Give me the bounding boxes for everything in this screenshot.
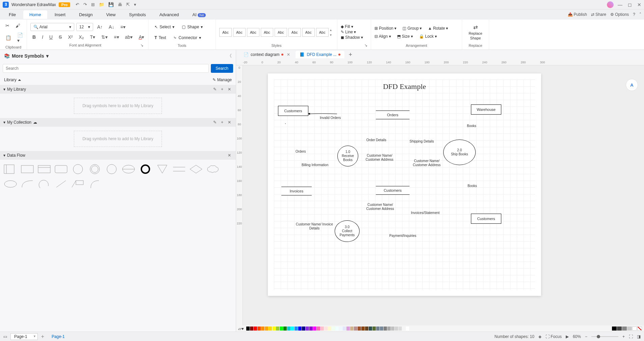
styles-down-icon[interactable]: ▾ <box>330 33 332 37</box>
sym-rect-top[interactable] <box>37 163 51 175</box>
sym-rect[interactable] <box>20 163 34 175</box>
styles-up-icon[interactable]: ▴ <box>330 28 332 32</box>
color-swatch[interactable] <box>254 327 257 331</box>
color-swatch[interactable] <box>617 327 622 331</box>
color-swatch[interactable] <box>306 327 309 331</box>
color-swatch[interactable] <box>324 327 328 331</box>
style-5[interactable]: Abc <box>275 28 287 37</box>
color-swatch[interactable] <box>257 327 261 331</box>
increase-font-icon[interactable]: A↑ <box>95 23 105 31</box>
menu-file[interactable]: File <box>3 10 22 19</box>
color-swatch[interactable] <box>384 327 387 331</box>
fill-button[interactable]: ◆ Fill ▾ <box>341 24 363 29</box>
color-swatch[interactable] <box>612 327 617 331</box>
sym-double-circle[interactable] <box>88 163 102 175</box>
cut-icon[interactable]: ✂ <box>3 22 11 30</box>
underline-icon[interactable]: U <box>47 33 55 41</box>
sym-lines[interactable] <box>172 163 186 175</box>
lib-add-icon[interactable]: + <box>220 87 225 92</box>
sym-curve[interactable] <box>88 178 102 190</box>
zoom-in-icon[interactable]: + <box>622 334 625 339</box>
color-swatch[interactable] <box>350 327 354 331</box>
style-4[interactable]: Abc <box>261 28 273 37</box>
zoom-slider[interactable] <box>591 336 618 337</box>
flow-payinq[interactable]: Payment/Inquiries <box>389 234 416 238</box>
color-swatch[interactable] <box>380 327 383 331</box>
bold-icon[interactable]: B <box>30 33 38 41</box>
close-icon[interactable]: ✕ <box>637 2 641 7</box>
redo-icon[interactable]: ↷ <box>83 2 87 7</box>
collapse-ribbon-icon[interactable]: ˄ <box>639 12 641 17</box>
add-page-icon[interactable]: + <box>41 334 44 340</box>
color-swatch[interactable] <box>402 327 405 331</box>
bullets-icon[interactable]: ≡▾ <box>112 33 121 41</box>
menu-view[interactable]: View <box>100 10 122 19</box>
color-swatch[interactable] <box>622 327 627 331</box>
collapse-panel-icon[interactable]: 《 <box>227 53 236 59</box>
color-swatch[interactable] <box>295 327 298 331</box>
color-swatch[interactable] <box>391 327 394 331</box>
color-swatch[interactable] <box>328 327 331 331</box>
color-swatch[interactable] <box>246 327 250 331</box>
color-swatch[interactable] <box>280 327 283 331</box>
sym-arc2[interactable] <box>37 178 51 190</box>
panel-toggle-icon[interactable]: ◨ <box>637 334 641 339</box>
color-swatch[interactable] <box>302 327 305 331</box>
strike-icon[interactable]: S <box>57 33 64 41</box>
minimize-icon[interactable]: — <box>618 2 622 7</box>
coll-close-icon[interactable]: ✕ <box>226 120 232 125</box>
sym-diamond[interactable] <box>189 163 203 175</box>
assistant-badge-icon[interactable]: A <box>626 79 638 91</box>
shadow-button[interactable]: ◼ Shadow ▾ <box>341 35 363 40</box>
font-size-select[interactable]: 12▾ <box>76 23 93 31</box>
color-swatch[interactable] <box>335 327 339 331</box>
section-data-flow[interactable]: ▾Data Flow ✕ <box>0 151 236 160</box>
color-swatch[interactable] <box>250 327 253 331</box>
flow-cna3[interactable]: Customer Name/ Customer Address <box>362 203 399 211</box>
color-swatch[interactable] <box>346 327 350 331</box>
panel-title[interactable]: 📚 More Symbols ▾ <box>0 50 53 62</box>
select-tool[interactable]: ↖ Select ▾ <box>152 23 177 31</box>
page-tab-1[interactable]: Page-1 <box>48 333 69 340</box>
symbol-search-input[interactable] <box>3 64 209 73</box>
highlight-icon[interactable]: ab▾ <box>123 33 135 41</box>
color-swatch[interactable] <box>317 327 320 331</box>
open-icon[interactable]: 📁 <box>99 2 104 7</box>
page-select[interactable]: Page-1 <box>10 333 38 340</box>
shape-tool[interactable]: ▢ Shape ▾ <box>179 23 205 31</box>
color-swatch[interactable] <box>365 327 368 331</box>
color-swatch[interactable] <box>343 327 346 331</box>
connector-tool[interactable]: ⤷ Connector ▾ <box>171 34 203 42</box>
flow-invalid[interactable]: Invalid Orders <box>320 116 341 120</box>
page[interactable]: DFD Example <box>268 73 541 296</box>
color-swatch[interactable] <box>265 327 268 331</box>
color-swatch[interactable] <box>287 327 290 331</box>
canvas[interactable]: DFD Example <box>243 65 644 326</box>
case-icon[interactable]: T▾ <box>88 33 97 41</box>
color-swatch[interactable] <box>276 327 279 331</box>
section-my-collection[interactable]: ▾My Collection ☁ ✎ + ✕ <box>0 118 236 127</box>
decrease-font-icon[interactable]: A↓ <box>107 23 116 31</box>
menu-advanced[interactable]: Advanced <box>153 10 185 19</box>
color-swatch[interactable] <box>320 327 324 331</box>
entity-customers[interactable]: Customers <box>278 106 308 116</box>
color-swatch[interactable] <box>261 327 264 331</box>
print-icon[interactable]: 🖶 <box>118 2 122 7</box>
flow-invst[interactable]: Invoices/Statement <box>411 211 440 215</box>
format-painter-icon[interactable]: 🖌 <box>13 22 22 30</box>
color-swatch[interactable] <box>632 327 637 331</box>
layers-icon[interactable]: ◈ <box>538 334 541 339</box>
italic-icon[interactable]: I <box>40 33 45 41</box>
replace-shape-button[interactable]: ⇄ Replace Shape <box>466 24 485 40</box>
flow-cnid[interactable]: Customer Name/ Invoice Details <box>294 222 335 230</box>
section-my-library[interactable]: ▾My Library ✎ + ✕ <box>0 85 236 94</box>
group-button[interactable]: ◫ Group ▾ <box>402 26 422 31</box>
font-color-icon[interactable]: A▾ <box>137 33 146 41</box>
flow-order-details[interactable]: Order Details <box>366 138 386 142</box>
sym-circle2[interactable] <box>105 163 119 175</box>
manage-link[interactable]: ✎ Manage <box>213 78 232 82</box>
my-collection-dropzone[interactable]: Drag symbols here to add to My Library <box>74 131 162 147</box>
color-swatch[interactable] <box>354 327 357 331</box>
color-swatch[interactable] <box>376 327 380 331</box>
more-icon[interactable]: ▾ <box>134 2 136 7</box>
